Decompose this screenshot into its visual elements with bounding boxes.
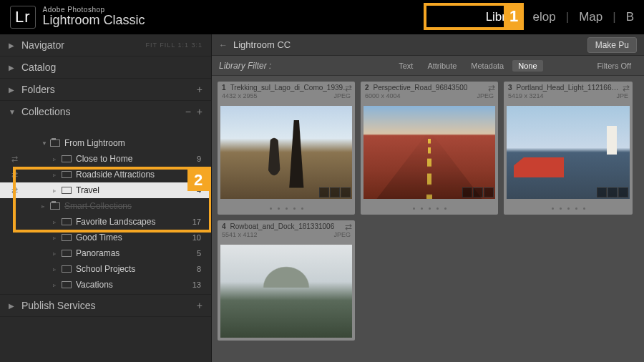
panel-publish[interactable]: ▶ Publish Services + (0, 295, 211, 316)
breadcrumb-title: Lightroom CC (233, 39, 291, 50)
sync-pin-icon[interactable]: ⇄ (623, 83, 630, 93)
sync-icon: ⇄ (7, 170, 21, 180)
app-logo: Lr (10, 6, 36, 29)
app-title-block: Adobe Photoshop Lightroom Classic (43, 6, 145, 28)
cell-dimensions: 5419 x 3214 (508, 92, 544, 101)
remove-collection-icon[interactable]: − (185, 106, 191, 117)
badge-icon (608, 187, 618, 197)
back-arrow-icon[interactable]: ← (219, 40, 228, 50)
item-count: 7 (197, 170, 201, 179)
app-name: Lightroom Classic (43, 13, 145, 27)
collection-icon (62, 265, 72, 273)
filter-text[interactable]: Text (393, 60, 419, 72)
cell-filetype: JPEG (333, 92, 351, 101)
thumbnail-image[interactable] (364, 106, 495, 199)
item-count: 5 (197, 249, 201, 258)
tree-row-school[interactable]: ▹ School Projects 8 (0, 261, 211, 277)
item-count: 8 (197, 265, 201, 273)
item-count: 13 (192, 280, 201, 289)
add-collection-icon[interactable]: + (197, 106, 203, 117)
collections-tree: ▼ From Lightroom ⇄ ▹ Close to Home 9 ⇄ ▹… (0, 122, 211, 294)
chevron-down-icon: ▼ (9, 108, 16, 116)
chevron-right-icon: ▹ (53, 282, 60, 288)
make-public-button[interactable]: Make Pu (587, 37, 637, 53)
tree-row-favorite[interactable]: ▹ Favorite Landscapes 17 (0, 214, 211, 230)
chevron-right-icon: ▹ (53, 172, 60, 178)
chevron-right-icon: ▹ (53, 219, 60, 225)
collection-set-icon (50, 140, 60, 147)
panel-navigator[interactable]: ▶ Navigator FIT FILL 1:1 3:1 (0, 34, 211, 56)
item-count: 4 (197, 186, 201, 195)
collection-set-icon (50, 202, 60, 210)
badge-icon (618, 187, 628, 197)
collection-icon (62, 155, 72, 162)
rating-dots[interactable] (218, 202, 355, 215)
sync-pin-icon[interactable]: ⇄ (345, 222, 352, 232)
grid-cell[interactable]: 3 Portland_Head_Light_112166… 5419 x 321… (504, 82, 633, 215)
add-publish-icon[interactable]: + (197, 300, 203, 311)
tree-label: Panoramas (76, 248, 119, 258)
tree-row-travel[interactable]: ⇄ ▹ Travel 4 (0, 182, 211, 198)
tree-row-vacations[interactable]: ▹ Vacations 13 (0, 277, 211, 293)
tree-label: Vacations (76, 280, 113, 290)
item-count: 10 (192, 233, 201, 242)
tab-separator: | (613, 10, 615, 24)
tree-label: From Lightroom (64, 138, 125, 148)
tree-label: Close to Home (76, 154, 132, 164)
chevron-right-icon: ▶ (9, 41, 16, 49)
panel-collections[interactable]: ▼ Collections − + (0, 101, 211, 122)
cell-index: 3 (508, 83, 512, 92)
grid-cell[interactable]: 2 Perspective_Road_96843500 6000 x 4004 … (361, 82, 498, 215)
tree-row-hidden[interactable] (0, 124, 211, 135)
tree-row-roadside[interactable]: ⇄ ▹ Roadside Attractions 7 (0, 167, 211, 182)
filters-off[interactable]: Filters Off (592, 60, 637, 72)
thumbnail-image[interactable] (507, 106, 630, 199)
tree-row-smart[interactable]: ▹ Smart Collections (0, 198, 211, 214)
chevron-right-icon: ▹ (53, 156, 60, 162)
badge-icon (330, 187, 340, 197)
thumbnail-image[interactable] (220, 245, 352, 338)
collection-icon (62, 281, 72, 288)
panel-label: Catalog (21, 62, 56, 73)
tab-map[interactable]: Map (579, 10, 602, 24)
rating-dots[interactable] (504, 202, 633, 215)
thumbnail-image[interactable] (220, 106, 352, 199)
navigator-zoom-hints[interactable]: FIT FILL 1:1 3:1 (145, 41, 203, 49)
badge-icon (462, 187, 472, 197)
badge-icon (341, 187, 351, 197)
chevron-right-icon: ▹ (53, 250, 60, 257)
tab-book[interactable]: B (626, 10, 634, 24)
filter-attribute[interactable]: Attribute (421, 60, 462, 72)
sync-pin-icon[interactable]: ⇄ (345, 83, 352, 93)
add-folder-icon[interactable]: + (197, 84, 203, 95)
badge-icon (597, 187, 607, 197)
panel-catalog[interactable]: ▶ Catalog (0, 57, 211, 78)
tree-row-good-times[interactable]: ▹ Good Times 10 (0, 230, 211, 245)
tab-develop[interactable]: elop (533, 10, 556, 24)
cell-dimensions: 5541 x 4112 (222, 231, 258, 240)
tab-library[interactable]: Library (486, 10, 523, 24)
cell-header: 1 Trekking_sul_Lago_di_Como_193948354 44… (218, 82, 355, 103)
tree-label: Travel (76, 185, 99, 195)
content-area: ← Lightroom CC Make Pu Library Filter : … (212, 34, 644, 362)
tree-row-panoramas[interactable]: ▹ Panoramas 5 (0, 245, 211, 261)
panel-folders[interactable]: ▶ Folders + (0, 79, 211, 100)
badge-icon (473, 187, 483, 197)
rating-dots[interactable] (361, 202, 498, 215)
filter-metadata[interactable]: Metadata (465, 60, 509, 72)
filter-none[interactable]: None (512, 60, 542, 72)
chevron-right-icon: ▶ (9, 64, 16, 72)
tab-separator: | (566, 10, 569, 24)
panel-label: Navigator (21, 39, 64, 51)
badge-icon (319, 187, 329, 197)
module-tabs: Library elop | Map | B (486, 10, 634, 24)
grid-cell[interactable]: 4 Rowboat_and_Dock_181331006 5541 x 4112… (218, 220, 355, 341)
thumbnail-grid: 1 Trekking_sul_Lago_di_Como_193948354 44… (212, 76, 644, 362)
sync-pin-icon[interactable]: ⇄ (488, 83, 495, 93)
tree-row-close-to-home[interactable]: ⇄ ▹ Close to Home 9 (0, 151, 211, 167)
chevron-right-icon: ▹ (53, 187, 60, 194)
cell-index: 2 (365, 83, 369, 92)
tree-row-from-lightroom[interactable]: ▼ From Lightroom (0, 135, 211, 151)
grid-cell[interactable]: 1 Trekking_sul_Lago_di_Como_193948354 44… (218, 82, 355, 215)
cell-filetype: JPEG (477, 92, 494, 101)
